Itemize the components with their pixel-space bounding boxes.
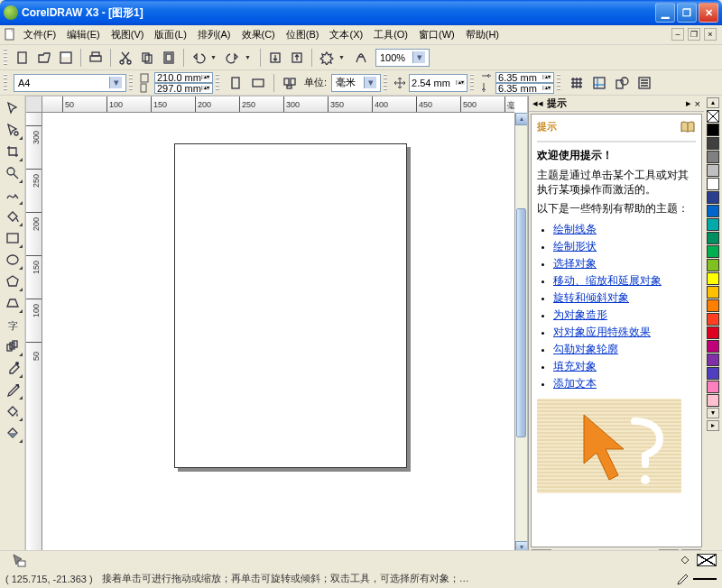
menu-effects[interactable]: 效果(C)	[236, 25, 281, 44]
color-swatch[interactable]	[707, 259, 719, 271]
polygon-tool[interactable]	[2, 271, 23, 292]
book-icon[interactable]	[680, 120, 696, 137]
palette-flyout[interactable]: ▸	[707, 420, 719, 431]
menu-text[interactable]: 文本(X)	[324, 25, 368, 44]
app-launcher-dropdown[interactable]: ▼	[338, 54, 349, 60]
options-button[interactable]	[634, 73, 654, 93]
menu-file[interactable]: 文件(F)	[18, 25, 61, 44]
dropdown-icon[interactable]: ▾	[109, 77, 122, 88]
text-tool[interactable]: 字	[2, 314, 23, 335]
menu-tools[interactable]: 工具(O)	[368, 25, 413, 44]
menu-arrange[interactable]: 排列(A)	[192, 25, 236, 44]
minimize-button[interactable]: ▁	[655, 3, 675, 23]
docker-close-icon[interactable]: ×	[695, 98, 700, 109]
cut-button[interactable]	[116, 48, 135, 68]
snap-to-objects-button[interactable]	[612, 73, 632, 93]
palette-scroll-down[interactable]: ▾	[707, 408, 719, 418]
paste-button[interactable]	[159, 48, 179, 68]
open-button[interactable]	[34, 48, 54, 68]
pick-tool[interactable]	[2, 97, 23, 119]
mdi-minimize-button[interactable]: –	[671, 28, 684, 41]
color-swatch[interactable]	[707, 394, 719, 407]
color-swatch[interactable]	[707, 326, 719, 339]
hints-topic-link[interactable]: 绘制线条	[553, 223, 597, 235]
hints-topic-link[interactable]: 勾勒对象轮廓	[553, 343, 618, 355]
no-fill-swatch[interactable]	[707, 110, 719, 123]
docker-titlebar[interactable]: ◂◂ 提示 ▸ ×	[529, 96, 704, 112]
hints-topic-link[interactable]: 移动、缩放和延展对象	[553, 274, 662, 287]
duplicate-y-input[interactable]: 6.35 mm▴▾	[495, 83, 554, 94]
interactive-fill-tool[interactable]	[2, 422, 23, 444]
new-button[interactable]	[13, 48, 32, 68]
color-swatch[interactable]	[707, 340, 719, 353]
import-button[interactable]	[265, 48, 285, 68]
docker-menu-icon[interactable]: ▸	[686, 97, 691, 109]
color-swatch[interactable]	[707, 191, 719, 204]
menu-window[interactable]: 窗口(W)	[413, 25, 460, 44]
nudge-distance-input[interactable]: 2.54 mm▴▾	[409, 74, 467, 92]
vertical-ruler[interactable]: 30025020015010050	[26, 113, 42, 554]
color-swatch[interactable]	[707, 205, 719, 217]
paper-size-select[interactable]: A4 ▾	[14, 74, 126, 92]
landscape-button[interactable]	[248, 73, 268, 93]
undo-button[interactable]	[189, 48, 208, 68]
basic-shapes-tool[interactable]	[2, 292, 23, 314]
palette-scroll-up[interactable]: ▴	[707, 97, 719, 108]
menu-bitmap[interactable]: 位图(B)	[281, 25, 325, 44]
copy-button[interactable]	[137, 48, 157, 68]
undo-dropdown[interactable]: ▼	[210, 54, 221, 60]
freehand-tool[interactable]	[2, 184, 23, 206]
redo-dropdown[interactable]: ▼	[245, 54, 255, 60]
snap-to-grid-button[interactable]	[567, 73, 587, 93]
drawing-area[interactable]	[42, 113, 514, 554]
color-swatch[interactable]	[707, 178, 719, 190]
color-swatch[interactable]	[707, 245, 719, 258]
outline-indicator[interactable]	[675, 573, 717, 585]
color-swatch[interactable]	[707, 272, 719, 285]
vscroll-up-button[interactable]: ▴	[515, 113, 528, 125]
snap-to-guides-button[interactable]	[589, 73, 609, 93]
outline-tool[interactable]	[2, 379, 23, 400]
vscroll-thumb[interactable]	[516, 208, 526, 437]
mdi-restore-button[interactable]: ❐	[688, 28, 700, 41]
rectangle-tool[interactable]	[2, 227, 23, 249]
color-swatch[interactable]	[707, 286, 719, 299]
shape-tool[interactable]	[2, 119, 23, 141]
color-swatch[interactable]	[707, 164, 719, 177]
interactive-blend-tool[interactable]	[2, 335, 23, 357]
portrait-button[interactable]	[226, 73, 245, 93]
close-button[interactable]: ✕	[699, 3, 718, 23]
fill-indicator[interactable]	[679, 554, 717, 566]
color-swatch[interactable]	[707, 232, 719, 244]
ellipse-tool[interactable]	[2, 249, 23, 271]
color-swatch[interactable]	[707, 124, 719, 136]
zoom-tool[interactable]	[2, 162, 23, 184]
color-swatch[interactable]	[707, 367, 719, 380]
dropdown-icon[interactable]: ▾	[364, 77, 376, 88]
save-button[interactable]	[56, 48, 76, 68]
hints-topic-link[interactable]: 对对象应用特殊效果	[553, 326, 651, 338]
hints-topic-link[interactable]: 旋转和倾斜对象	[553, 291, 629, 304]
maximize-button[interactable]: ❐	[677, 3, 697, 23]
color-swatch[interactable]	[707, 354, 719, 366]
hints-topic-link[interactable]: 为对象造形	[553, 308, 607, 321]
print-button[interactable]	[86, 48, 106, 68]
page-width-input[interactable]: 210.0 mm▴▾	[154, 72, 213, 83]
hints-topic-link[interactable]: 填充对象	[553, 360, 597, 372]
hints-topic-link[interactable]: 选择对象	[553, 257, 597, 270]
vscroll-track[interactable]	[515, 125, 527, 541]
eyedropper-tool[interactable]	[2, 357, 23, 379]
color-swatch[interactable]	[707, 137, 719, 150]
unit-select[interactable]: 毫米 ▾	[331, 74, 381, 92]
hints-topic-link[interactable]: 绘制形状	[553, 240, 597, 253]
menu-edit[interactable]: 编辑(E)	[61, 25, 106, 44]
menu-view[interactable]: 视图(V)	[106, 25, 150, 44]
zoom-level-field[interactable]: 100% ▾	[375, 49, 430, 67]
menu-help[interactable]: 帮助(H)	[460, 25, 504, 44]
smart-fill-tool[interactable]	[2, 206, 23, 227]
horizontal-ruler[interactable]: 50100150200250300350400450500毫米	[42, 96, 514, 113]
all-pages-button[interactable]	[280, 73, 300, 93]
zoom-dropdown-icon[interactable]: ▾	[412, 51, 425, 63]
hints-topic-link[interactable]: 添加文本	[553, 377, 597, 390]
mdi-close-button[interactable]: ×	[704, 28, 717, 41]
